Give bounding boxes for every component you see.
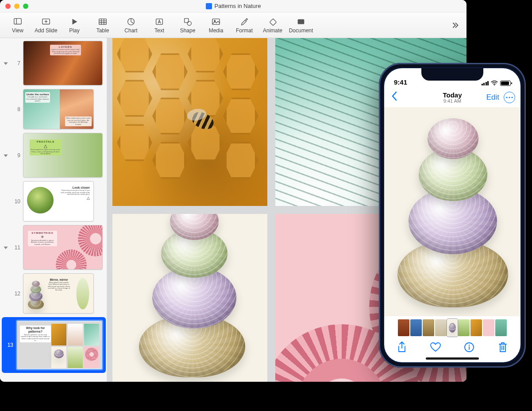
- canvas-image-urchins[interactable]: [112, 214, 267, 382]
- battery-icon: [500, 81, 511, 86]
- svg-point-23: [506, 97, 507, 98]
- slide-thumb-row[interactable]: 11 SYMMETRIES ✳ Symmetry abounds in natu…: [3, 225, 105, 270]
- chart-icon: [126, 17, 136, 27]
- add-slide-icon: [41, 17, 51, 27]
- toolbar-label: Animate: [263, 27, 282, 34]
- slide-thumb-row[interactable]: 10 Look closer Romanesco broccoli is fra…: [3, 181, 105, 221]
- svg-point-14: [187, 21, 191, 25]
- filmstrip-thumb[interactable]: [495, 319, 507, 336]
- filmstrip-thumb-selected[interactable]: [447, 319, 457, 336]
- minimize-window-button[interactable]: [14, 4, 19, 9]
- toolbar-label: Chart: [124, 27, 137, 34]
- more-button[interactable]: [504, 92, 515, 103]
- toolbar-label: View: [12, 27, 23, 34]
- photo-viewer[interactable]: [384, 107, 520, 316]
- cellular-signal-icon: [482, 81, 489, 85]
- slide-thumb-row-selected[interactable]: 13 Why look for patterns? Nature's patte…: [2, 317, 106, 373]
- table-icon: [98, 17, 108, 27]
- slide-thumbnail[interactable]: Why look for patterns? Nature's patterns…: [16, 320, 103, 370]
- toolbar-shape-button[interactable]: Shape: [173, 14, 202, 37]
- toolbar-chart-button[interactable]: Chart: [117, 14, 145, 37]
- filmstrip-thumb[interactable]: [398, 319, 409, 336]
- iphone-notch: [421, 68, 483, 81]
- slide-thumbnail[interactable]: SYMMETRIES ✳ Symmetry abounds in nature.…: [23, 225, 103, 270]
- animate-icon: [268, 17, 278, 27]
- toolbar-text-button[interactable]: Text: [145, 14, 173, 37]
- toolbar-label: Document: [289, 27, 313, 34]
- filmstrip-thumb[interactable]: [435, 319, 447, 336]
- titlebar: Patterns in Nature: [0, 0, 466, 12]
- svg-rect-6: [99, 19, 107, 24]
- toolbar-add-slide-button[interactable]: Add Slide: [32, 14, 60, 37]
- slide-thumb-row[interactable]: 7 LAYERS Layers in nature can be easy to…: [3, 41, 105, 85]
- slide-thumb-row[interactable]: 8 Under the surface Like gills on a mush…: [3, 89, 105, 129]
- favorite-button[interactable]: [428, 340, 443, 354]
- toolbar-label: Play: [69, 27, 79, 34]
- text-icon: [154, 17, 164, 27]
- toolbar-media-button[interactable]: Media: [202, 14, 230, 37]
- filmstrip-thumb[interactable]: [410, 319, 422, 336]
- filmstrip-thumb[interactable]: [470, 319, 482, 336]
- filmstrip-thumb[interactable]: [483, 319, 494, 336]
- toolbar-overflow-button[interactable]: [447, 20, 463, 30]
- trash-icon: [498, 341, 508, 353]
- svg-point-16: [214, 20, 216, 21]
- zoom-window-button[interactable]: [23, 4, 28, 9]
- slide-navigator[interactable]: 7 LAYERS Layers in nature can be easy to…: [0, 38, 107, 382]
- slide-thumbnail[interactable]: Under the surface Like gills on a mushro…: [23, 89, 94, 129]
- play-icon: [69, 17, 79, 27]
- toolbar: View Add Slide Play Table Chart Text Sha…: [0, 12, 466, 38]
- back-button[interactable]: [389, 89, 399, 105]
- chevron-left-icon: [391, 91, 397, 101]
- edit-button[interactable]: Edit: [486, 93, 499, 102]
- slide-title: Why look for patterns?: [21, 326, 50, 334]
- document-icon: [296, 17, 306, 27]
- slide-number: 7: [12, 60, 20, 66]
- photos-nav-bar: Today 9:41 AM Edit: [384, 88, 520, 107]
- slide-thumbnail[interactable]: Look closer Romanesco broccoli is fracta…: [23, 181, 94, 221]
- toolbar-table-button[interactable]: Table: [89, 14, 117, 37]
- status-time: 9:41: [394, 78, 407, 86]
- slide-title: SYMMETRIES: [29, 232, 56, 235]
- svg-rect-17: [270, 19, 277, 26]
- share-icon: [397, 341, 407, 353]
- heart-icon: [430, 342, 441, 353]
- close-window-button[interactable]: [5, 4, 11, 9]
- delete-button[interactable]: [496, 340, 510, 354]
- ellipsis-icon: [506, 97, 513, 98]
- slide-thumbnail[interactable]: LAYERS Layers in nature can be easy to f…: [23, 41, 103, 85]
- toolbar-view-button[interactable]: View: [4, 14, 32, 37]
- canvas-image-honeycomb[interactable]: [112, 38, 267, 206]
- toolbar-label: Shape: [180, 27, 196, 34]
- svg-point-24: [509, 97, 510, 98]
- share-button[interactable]: [395, 340, 409, 354]
- slide-number: 9: [12, 152, 20, 159]
- shape-icon: [183, 17, 193, 27]
- iphone-device: 9:41 Today 9:41 AM Edit: [379, 63, 526, 368]
- slide-thumbnail[interactable]: Mirror, mirror Many plants and animals h…: [23, 273, 94, 314]
- iphone-screen: 9:41 Today 9:41 AM Edit: [384, 68, 520, 362]
- filmstrip-thumb[interactable]: [458, 319, 470, 336]
- slide-title: FRACTALS: [31, 140, 61, 143]
- window-controls: [5, 4, 28, 9]
- toolbar-format-button[interactable]: Format: [230, 14, 258, 37]
- toolbar-label: Add Slide: [35, 27, 57, 34]
- photo-filmstrip[interactable]: [384, 316, 520, 337]
- disclosure-triangle-icon[interactable]: [3, 244, 9, 251]
- document-icon: [206, 3, 212, 9]
- chevron-double-right-icon: [450, 20, 460, 30]
- slide-thumb-row[interactable]: 9 FRACTALS △ Fractal patterns repeat at …: [3, 133, 105, 178]
- toolbar-document-button[interactable]: Document: [287, 14, 315, 37]
- disclosure-triangle-icon[interactable]: [3, 60, 9, 66]
- svg-rect-0: [14, 18, 22, 24]
- disclosure-triangle-icon[interactable]: [3, 152, 9, 159]
- filmstrip-thumb[interactable]: [423, 319, 434, 336]
- home-indicator[interactable]: [426, 357, 479, 360]
- slide-thumbnail[interactable]: FRACTALS △ Fractal patterns repeat at ev…: [23, 133, 103, 178]
- toolbar-play-button[interactable]: Play: [60, 14, 89, 37]
- toolbar-animate-button[interactable]: Animate: [258, 14, 287, 37]
- slide-thumb-row[interactable]: 12 Mirror, mirror Many plants and animal…: [3, 273, 105, 314]
- wifi-icon: [491, 81, 498, 86]
- svg-rect-18: [298, 19, 305, 24]
- info-button[interactable]: [462, 340, 476, 354]
